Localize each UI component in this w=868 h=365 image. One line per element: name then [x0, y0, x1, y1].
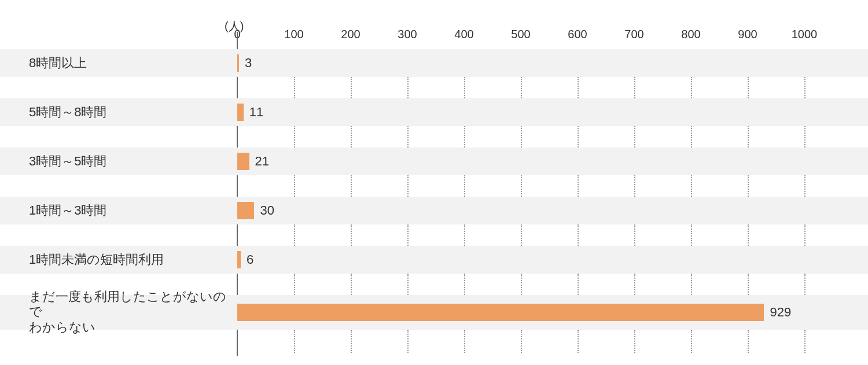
gridline-segment — [521, 77, 522, 98]
gridline-segment — [294, 175, 295, 197]
bar — [237, 153, 249, 170]
bar-value-label: 21 — [255, 154, 269, 169]
bar-value-label: 11 — [249, 105, 263, 120]
gridline-segment — [804, 274, 806, 295]
gridline-segment — [804, 126, 806, 148]
gridline-segment — [578, 224, 579, 246]
gridline-segment — [294, 224, 295, 246]
gridline-segment — [634, 224, 635, 246]
category-label: 8時間以上 — [29, 56, 231, 71]
chart-row: 1時間～3時間 — [0, 197, 868, 224]
gridline-segment — [578, 330, 579, 353]
gridline-segment — [634, 126, 635, 148]
gridline-segment — [578, 126, 579, 148]
gridline-segment — [748, 77, 749, 98]
bar — [237, 104, 244, 121]
gridline-segment — [464, 126, 465, 148]
category-label: 1時間未満の短時間利用 — [29, 252, 231, 267]
gridline-segment — [521, 274, 522, 295]
x-tick-label: 600 — [568, 28, 587, 41]
gridline-segment — [804, 77, 806, 98]
bar — [237, 54, 239, 72]
chart-row: 1時間未満の短時間利用 — [0, 246, 868, 274]
gridline-segment — [464, 175, 465, 197]
bar-value-label: 929 — [770, 305, 791, 320]
bar — [237, 251, 241, 268]
gridline-segment — [351, 330, 352, 353]
gridline-segment — [407, 175, 409, 197]
gridline-segment — [804, 224, 806, 246]
x-tick-label: 500 — [511, 28, 530, 41]
gridline-segment — [351, 175, 352, 197]
gridline-segment — [294, 77, 295, 98]
gridline-segment — [691, 330, 692, 353]
gridline-segment — [634, 274, 635, 295]
gridline-segment — [521, 224, 522, 246]
gridline-segment — [407, 330, 409, 353]
gridline-segment — [351, 77, 352, 98]
gridline-segment — [691, 175, 692, 197]
bar-value-label: 6 — [247, 252, 253, 267]
gridline-segment — [464, 77, 465, 98]
x-axis-ticks: 01002003004005006007008009001000 — [237, 28, 851, 45]
gridline-segment — [634, 175, 635, 197]
gridline-segment — [578, 77, 579, 98]
gridline-segment — [691, 224, 692, 246]
gridline-segment — [691, 126, 692, 148]
gridline-segment — [407, 126, 409, 148]
gridline-segment — [804, 330, 806, 353]
x-tick-label: 400 — [454, 28, 473, 41]
x-tick-label: 700 — [624, 28, 643, 41]
category-label: 1時間～3時間 — [29, 203, 231, 218]
gridline-segment — [748, 224, 749, 246]
x-tick-label: 800 — [681, 28, 700, 41]
gridline-segment — [748, 175, 749, 197]
gridline-segment — [521, 175, 522, 197]
gridline-segment — [351, 126, 352, 148]
gridline-segment — [748, 330, 749, 353]
category-label: まだ一度も利用したことがないので わからない — [29, 289, 231, 335]
gridline-segment — [521, 126, 522, 148]
x-tick-label: 300 — [398, 28, 417, 41]
chart-row: 3時間～5時間 — [0, 148, 868, 175]
gridline-segment — [464, 330, 465, 353]
gridline-segment — [634, 77, 635, 98]
gridline-segment — [407, 274, 409, 295]
gridline-segment — [521, 330, 522, 353]
bar — [237, 202, 254, 219]
bar-value-label: 3 — [245, 56, 252, 71]
x-tick-label: 900 — [738, 28, 757, 41]
chart-row: 8時間以上 — [0, 49, 868, 77]
x-tick-label: 100 — [284, 28, 303, 41]
gridline-segment — [294, 330, 295, 353]
gridline-segment — [407, 77, 409, 98]
gridline-segment — [294, 126, 295, 148]
gridline-segment — [464, 274, 465, 295]
x-tick-label: 1000 — [792, 28, 818, 41]
gridline-segment — [748, 274, 749, 295]
chart-row: 5時間～8時間 — [0, 98, 868, 126]
gridline-segment — [804, 175, 806, 197]
gridline-segment — [634, 330, 635, 353]
gridline-segment — [578, 175, 579, 197]
gridline-segment — [464, 224, 465, 246]
bar — [237, 304, 764, 321]
category-label: 3時間～5時間 — [29, 154, 231, 169]
gridline-segment — [351, 224, 352, 246]
gridline-segment — [578, 274, 579, 295]
gridline-segment — [407, 224, 409, 246]
gridline-segment — [748, 126, 749, 148]
gridline-segment — [691, 274, 692, 295]
gridline-segment — [691, 77, 692, 98]
gridline-segment — [294, 274, 295, 295]
horizontal-bar-chart: (人) 01002003004005006007008009001000 8時間… — [0, 0, 868, 365]
x-tick-label: 200 — [341, 28, 360, 41]
gridline-segment — [351, 274, 352, 295]
category-label: 5時間～8時間 — [29, 105, 231, 120]
bar-value-label: 30 — [260, 203, 274, 218]
